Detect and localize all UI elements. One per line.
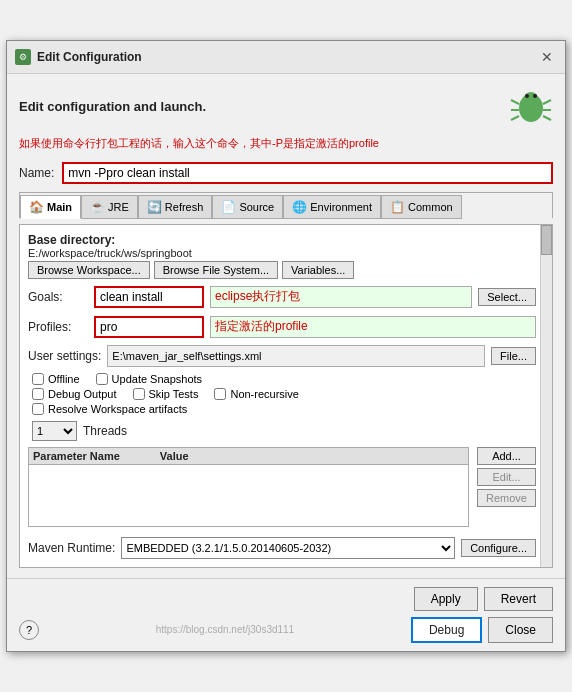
checkbox-resolve-workspace: Resolve Workspace artifacts [32,403,187,415]
svg-point-9 [533,94,537,98]
jre-tab-icon: ☕ [90,200,105,214]
table-body [29,465,468,526]
help-button[interactable]: ? [19,620,39,640]
header-row: Edit configuration and launch. [19,84,553,128]
tabs-bar: 🏠 Main ☕ JRE 🔄 Refresh 📄 Source 🌐 Enviro… [19,192,553,218]
maven-runtime-row: Maven Runtime: EMBEDDED (3.2.1/1.5.0.201… [28,537,536,559]
tab-common[interactable]: 📋 Common [381,195,462,219]
threads-label: Threads [83,424,127,438]
checkbox-non-recursive: Non-recursive [214,388,298,400]
dialog-body: Edit configuration and launch. 如果使用命令行打包… [7,74,565,577]
goals-hint: eclipse执行打包 [210,286,472,308]
goals-input[interactable] [94,286,204,308]
offline-checkbox[interactable] [32,373,44,385]
profiles-row: Profiles: 指定激活的profile [28,316,536,338]
svg-line-7 [543,116,551,120]
non-recursive-checkbox[interactable] [214,388,226,400]
configure-button[interactable]: Configure... [461,539,536,557]
close-button[interactable]: Close [488,617,553,643]
remove-button[interactable]: Remove [477,489,536,507]
name-input[interactable] [62,162,553,184]
main-tab-icon: 🏠 [29,200,44,214]
footer-buttons-top: Apply Revert [19,587,553,611]
goals-label: Goals: [28,290,88,304]
environment-tab-icon: 🌐 [292,200,307,214]
checkbox-skip-tests: Skip Tests [133,388,199,400]
tab-source[interactable]: 📄 Source [212,195,283,219]
tab-refresh-label: Refresh [165,201,204,213]
resolve-workspace-checkbox[interactable] [32,403,44,415]
goals-row: Goals: eclipse执行打包 Select... [28,286,536,308]
user-settings-input[interactable] [107,345,485,367]
select-button[interactable]: Select... [478,288,536,306]
dialog-footer: Apply Revert ? https://blog.csdn.net/j30… [7,578,565,651]
tab-refresh[interactable]: 🔄 Refresh [138,195,213,219]
table-buttons: Add... Edit... Remove [477,447,536,527]
window-close-button[interactable]: ✕ [537,47,557,67]
checkbox-row-2: Debug Output Skip Tests Non-recursive [32,388,536,400]
checkbox-offline: Offline [32,373,80,385]
profiles-label: Profiles: [28,320,88,334]
revert-button[interactable]: Revert [484,587,553,611]
svg-point-8 [525,94,529,98]
bug-icon [509,84,553,128]
apply-button[interactable]: Apply [414,587,478,611]
checkboxes-section: Offline Update Snapshots Debug Output Sk… [32,373,536,415]
table-area: Parameter Name Value Add... Edit... Remo… [28,447,536,527]
scrollbar-thumb[interactable] [541,225,552,255]
browse-workspace-button[interactable]: Browse Workspace... [28,261,150,279]
variables-button[interactable]: Variables... [282,261,354,279]
offline-label: Offline [48,373,80,385]
maven-runtime-select[interactable]: EMBEDDED (3.2.1/1.5.0.20140605-2032) [121,537,455,559]
debug-output-checkbox[interactable] [32,388,44,400]
name-label: Name: [19,166,54,180]
profiles-input[interactable] [94,316,204,338]
debug-output-label: Debug Output [48,388,117,400]
name-row: Name: [19,162,553,184]
tab-common-label: Common [408,201,453,213]
common-tab-icon: 📋 [390,200,405,214]
base-dir-label: Base directory: [28,233,536,247]
tab-jre[interactable]: ☕ JRE [81,195,138,219]
user-settings-row: User settings: File... [28,345,536,367]
dialog-header-title: Edit configuration and launch. [19,99,206,114]
threads-row: 124 Threads [32,421,536,441]
dialog-icon: ⚙ [15,49,31,65]
profiles-hint: 指定激活的profile [210,316,536,338]
checkbox-row-1: Offline Update Snapshots [32,373,536,385]
edit-configuration-dialog: ⚙ Edit Configuration ✕ Edit configuratio… [6,40,566,651]
tab-main-label: Main [47,201,72,213]
browse-filesystem-button[interactable]: Browse File System... [154,261,278,279]
red-annotation: 如果使用命令行打包工程的话，输入这个命令，其中-P是指定激活的profile [19,136,553,151]
user-settings-label: User settings: [28,349,101,363]
tab-environment[interactable]: 🌐 Environment [283,195,381,219]
file-button[interactable]: File... [491,347,536,365]
parameters-table: Parameter Name Value [28,447,469,527]
refresh-tab-icon: 🔄 [147,200,162,214]
main-panel: Base directory: E:/workspace/truck/ws/sp… [19,224,553,568]
svg-point-1 [524,92,538,104]
add-button[interactable]: Add... [477,447,536,465]
base-dir-value: E:/workspace/truck/ws/springboot [28,247,536,259]
table-col-value: Value [160,450,189,462]
debug-button[interactable]: Debug [411,617,482,643]
checkbox-row-3: Resolve Workspace artifacts [32,403,536,415]
scrollbar[interactable] [540,225,552,567]
svg-line-5 [543,100,551,104]
skip-tests-checkbox[interactable] [133,388,145,400]
update-snapshots-label: Update Snapshots [112,373,203,385]
browse-row: Browse Workspace... Browse File System..… [28,261,536,279]
source-tab-icon: 📄 [221,200,236,214]
tab-main[interactable]: 🏠 Main [20,195,81,219]
tab-jre-label: JRE [108,201,129,213]
non-recursive-label: Non-recursive [230,388,298,400]
threads-select[interactable]: 124 [32,421,77,441]
update-snapshots-checkbox[interactable] [96,373,108,385]
edit-button[interactable]: Edit... [477,468,536,486]
table-col-param: Parameter Name [33,450,120,462]
resolve-workspace-label: Resolve Workspace artifacts [48,403,187,415]
dialog-title: Edit Configuration [37,50,142,64]
title-bar: ⚙ Edit Configuration ✕ [7,41,565,74]
skip-tests-label: Skip Tests [149,388,199,400]
base-directory-section: Base directory: E:/workspace/truck/ws/sp… [28,233,536,279]
